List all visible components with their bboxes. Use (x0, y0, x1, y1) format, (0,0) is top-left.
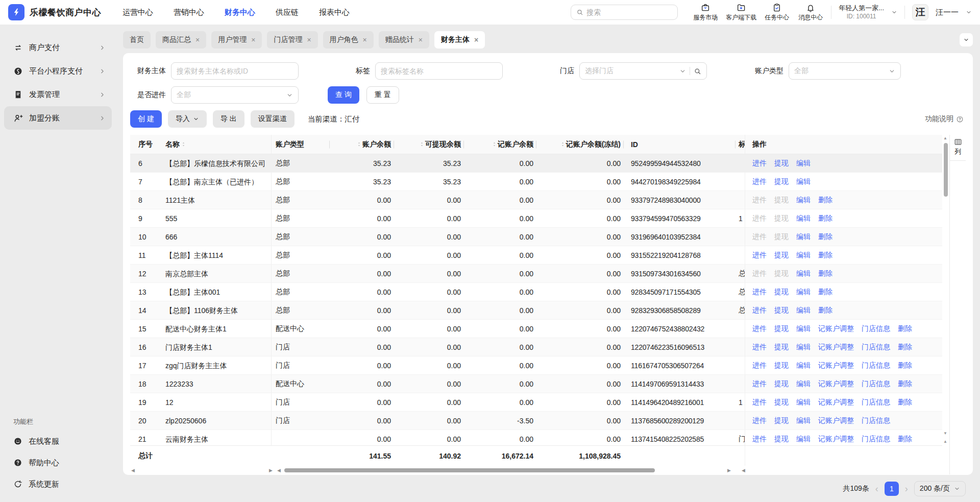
nav-item[interactable]: 营销中心 (174, 8, 204, 17)
row-action[interactable]: 提现 (774, 379, 789, 389)
page-tab[interactable]: 用户管理 × (211, 31, 262, 49)
row-action[interactable]: 门店信息 (862, 343, 890, 352)
scroll-left-arrow[interactable]: ◀ (131, 467, 135, 473)
grid-icon[interactable] (954, 138, 962, 146)
row-action[interactable]: 编辑 (796, 269, 811, 278)
page-tab[interactable]: 商品汇总 × (156, 31, 206, 49)
tag-search-field[interactable] (375, 62, 503, 80)
row-action[interactable]: 提现 (774, 361, 789, 370)
row-action[interactable]: 编辑 (796, 214, 811, 223)
row-action[interactable]: 记账户调整 (818, 379, 854, 389)
row-action[interactable]: 记账户调整 (818, 435, 854, 444)
nav-item[interactable]: 财务中心 (225, 8, 255, 17)
set-channel-button[interactable]: 设置渠道 (251, 110, 295, 128)
account-type-select[interactable]: 全部 (789, 62, 901, 80)
close-icon[interactable]: × (307, 36, 311, 43)
feature-help[interactable]: 功能说明 (925, 114, 964, 124)
prev-page-button[interactable]: ‹ (875, 484, 878, 493)
row-action[interactable]: 删除 (818, 269, 832, 278)
reset-button[interactable]: 重 置 (366, 86, 399, 104)
page-tab[interactable]: 赠品统计 × (379, 31, 429, 49)
row-action[interactable]: 编辑 (796, 306, 811, 315)
row-action[interactable]: 进件 (752, 269, 767, 278)
row-action[interactable]: 编辑 (796, 288, 811, 297)
row-action[interactable]: 删除 (818, 214, 832, 223)
row-action[interactable]: 编辑 (796, 343, 811, 352)
page-tab[interactable]: 财务主体 × (434, 31, 485, 49)
row-action[interactable]: 编辑 (796, 361, 811, 370)
col-withdrawable[interactable]: 可提现余额 (394, 140, 464, 149)
sort-icon[interactable] (356, 141, 362, 147)
page-tab[interactable]: 用户角色 × (323, 31, 374, 49)
search-input[interactable] (586, 8, 672, 16)
store-select[interactable]: 选择门店 (579, 62, 707, 80)
row-action[interactable]: 删除 (898, 343, 912, 352)
tab-overflow-button[interactable] (960, 33, 973, 46)
inlet-select[interactable]: 全部 (171, 86, 299, 104)
row-action[interactable]: 进件 (752, 159, 767, 168)
row-action[interactable]: 删除 (898, 379, 912, 389)
nav-item[interactable]: 运营中心 (122, 8, 153, 17)
row-action[interactable]: 提现 (774, 232, 789, 242)
row-action[interactable]: 提现 (774, 196, 789, 205)
scroll-up-arrow[interactable]: ▲ (943, 439, 947, 444)
quick-action[interactable]: 客户端下载 (726, 3, 756, 22)
global-search[interactable] (571, 5, 678, 20)
row-action[interactable]: 删除 (818, 306, 832, 315)
scrollbar-thumb[interactable] (944, 143, 948, 197)
row-action[interactable]: 提现 (774, 269, 789, 278)
row-action[interactable]: 编辑 (796, 177, 811, 186)
row-action[interactable]: 删除 (818, 232, 832, 242)
chevron-down-icon[interactable] (966, 9, 972, 15)
row-action[interactable]: 门店信息 (862, 361, 890, 370)
create-button[interactable]: 创 建 (130, 110, 162, 128)
row-action[interactable]: 进件 (752, 251, 767, 260)
row-action[interactable]: 提现 (774, 214, 789, 223)
row-action[interactable]: 进件 (752, 288, 767, 297)
tag-search-input[interactable] (381, 67, 497, 75)
sort-icon[interactable] (492, 141, 497, 147)
row-action[interactable]: 删除 (898, 435, 912, 444)
current-page[interactable]: 1 (885, 482, 899, 496)
row-action[interactable]: 提现 (774, 324, 789, 333)
row-action[interactable]: 提现 (774, 343, 789, 352)
subject-search-input[interactable] (177, 67, 293, 75)
row-action[interactable]: 编辑 (796, 159, 811, 168)
row-action[interactable]: 提现 (774, 251, 789, 260)
col-frozen[interactable]: 记账户余额(冻结) (536, 140, 624, 149)
sort-icon[interactable] (560, 141, 566, 147)
row-action[interactable]: 进件 (752, 398, 767, 407)
col-name[interactable]: 名称 (161, 135, 272, 154)
page-tab[interactable]: 门店管理 × (267, 31, 317, 49)
row-action[interactable]: 提现 (774, 177, 789, 186)
row-action[interactable]: 进件 (752, 196, 767, 205)
row-action[interactable]: 进件 (752, 177, 767, 186)
row-action[interactable]: 编辑 (796, 196, 811, 205)
sidebar-item[interactable]: 发票管理 (4, 83, 112, 106)
import-button[interactable]: 导入 (168, 110, 207, 128)
scroll-left-arrow[interactable]: ◀ (277, 467, 281, 473)
row-action[interactable]: 编辑 (796, 379, 811, 389)
row-action[interactable]: 记账户调整 (818, 416, 854, 425)
nav-item[interactable]: 报表中心 (319, 8, 350, 17)
scroll-right-arrow[interactable]: ▶ (269, 467, 273, 473)
row-action[interactable]: 删除 (898, 324, 912, 333)
next-page-button[interactable]: › (905, 484, 908, 493)
row-action[interactable]: 进件 (752, 324, 767, 333)
row-action[interactable]: 编辑 (796, 251, 811, 260)
sidebar-item[interactable]: 加盟分账 (4, 106, 112, 130)
row-action[interactable]: 删除 (818, 288, 832, 297)
page-tab[interactable]: 首页 (123, 31, 151, 49)
close-icon[interactable]: × (419, 36, 423, 43)
row-action[interactable]: 记账户调整 (818, 324, 854, 333)
avatar[interactable]: 汪 (912, 4, 928, 20)
scroll-left-arrow[interactable]: ◀ (742, 467, 745, 473)
close-icon[interactable]: × (363, 36, 367, 43)
row-action[interactable]: 记账户调整 (818, 361, 854, 370)
row-action[interactable]: 门店信息 (862, 398, 890, 407)
row-action[interactable]: 门店信息 (862, 435, 890, 444)
close-icon[interactable]: × (195, 36, 200, 43)
row-action[interactable]: 提现 (774, 398, 789, 407)
col-ledger[interactable]: 记账户余额 (464, 140, 536, 149)
sort-icon[interactable] (181, 141, 186, 147)
